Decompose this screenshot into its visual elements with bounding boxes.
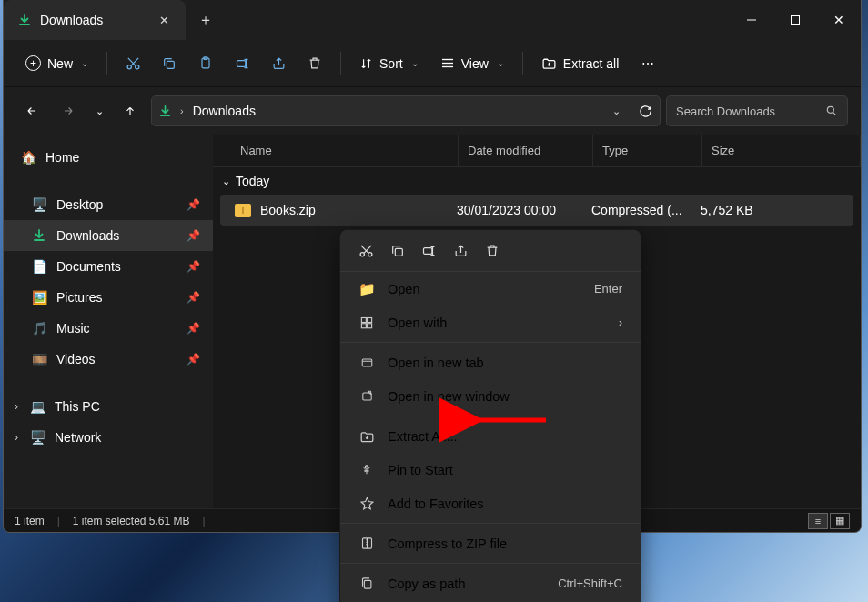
sidebar-item-documents[interactable]: 📄 Documents 📌 <box>4 251 213 282</box>
sidebar-item-label: Music <box>56 321 90 336</box>
back-button[interactable] <box>16 95 47 126</box>
breadcrumb-separator-icon: › <box>180 105 184 116</box>
paste-button[interactable] <box>189 48 222 79</box>
more-button[interactable]: ⋯ <box>631 48 664 79</box>
minimize-button[interactable] <box>730 0 773 40</box>
rename-button[interactable] <box>226 48 258 79</box>
column-headers: Name Date modified Type Size <box>213 135 861 167</box>
pin-icon <box>358 463 375 477</box>
address-bar[interactable]: › Downloads ⌄ <box>151 95 661 126</box>
svg-point-14 <box>368 253 372 256</box>
view-switcher: ≡ ▦ <box>808 513 850 529</box>
ctx-open[interactable]: 📁 Open Enter <box>340 272 641 306</box>
ctx-label: Pin to Start <box>388 463 453 477</box>
ctx-label: Open in new window <box>388 389 510 404</box>
expand-network-icon[interactable]: › <box>4 422 29 453</box>
delete-icon[interactable] <box>485 243 500 258</box>
ctx-open-new-window[interactable]: Open in new window <box>340 379 641 413</box>
extract-all-button[interactable]: Extract all <box>532 48 628 79</box>
expand-thispc-icon[interactable]: › <box>4 391 29 422</box>
search-input[interactable]: Search Downloads <box>666 95 848 126</box>
navigation-bar: ⌄ › Downloads ⌄ Search Downloads <box>4 87 861 135</box>
svg-rect-20 <box>368 324 372 328</box>
column-date[interactable]: Date modified <box>459 135 593 166</box>
rename-icon[interactable] <box>421 244 437 258</box>
ctx-open-new-tab[interactable]: Open in new tab <box>340 346 641 379</box>
ctx-pin-to-start[interactable]: Pin to Start <box>340 453 641 487</box>
sidebar-item-desktop[interactable]: 🖥️ Desktop 📌 <box>4 189 213 220</box>
close-window-button[interactable]: ✕ <box>817 0 861 40</box>
svg-point-2 <box>135 65 138 69</box>
context-icon-bar <box>340 230 641 272</box>
copy-icon[interactable] <box>390 244 405 258</box>
breadcrumb-location[interactable]: Downloads <box>193 104 256 118</box>
pin-icon[interactable]: 📌 <box>187 322 200 335</box>
group-header[interactable]: ⌄ Today <box>213 167 861 195</box>
new-tab-icon <box>358 356 375 369</box>
svg-point-10 <box>827 106 833 113</box>
view-icon <box>440 57 455 69</box>
star-icon <box>358 497 375 510</box>
column-type[interactable]: Type <box>593 135 702 166</box>
file-row[interactable]: Books.zip 30/01/2023 00:00 Compressed (.… <box>220 195 853 226</box>
close-tab-icon[interactable]: ✕ <box>159 14 169 27</box>
sidebar-item-downloads[interactable]: Downloads 📌 <box>4 220 213 251</box>
cut-button[interactable] <box>116 48 149 79</box>
sort-button[interactable]: Sort ⌄ <box>350 48 428 79</box>
ctx-label: Compress to ZIP file <box>388 537 507 551</box>
share-icon[interactable] <box>453 244 469 258</box>
tab-downloads[interactable]: Downloads ✕ <box>4 0 186 40</box>
sidebar-item-thispc[interactable]: 💻 This PC <box>29 391 116 422</box>
new-button[interactable]: + New ⌄ <box>16 48 97 79</box>
details-view-button[interactable]: ≡ <box>808 513 828 529</box>
column-label: Date modified <box>468 144 540 157</box>
download-arrow-icon <box>31 229 47 242</box>
sidebar-item-videos[interactable]: 🎞️ Videos 📌 <box>4 344 213 375</box>
ctx-open-with[interactable]: Open with › <box>340 306 641 339</box>
cut-icon[interactable] <box>358 243 374 258</box>
plus-circle-icon: + <box>25 55 41 71</box>
view-label: View <box>461 56 489 71</box>
ctx-label: Add to Favorites <box>388 497 484 511</box>
view-button[interactable]: View ⌄ <box>431 48 513 79</box>
pin-icon[interactable]: 📌 <box>187 198 200 211</box>
ctx-label: Open with <box>388 316 447 330</box>
chevron-down-icon[interactable]: ⌄ <box>612 105 621 117</box>
copy-button[interactable] <box>153 48 186 79</box>
sidebar-item-pictures[interactable]: 🖼️ Pictures 📌 <box>4 282 213 313</box>
extract-icon <box>541 56 557 70</box>
refresh-button[interactable] <box>639 105 652 118</box>
new-tab-button[interactable]: ＋ <box>186 0 226 40</box>
svg-rect-16 <box>424 247 432 254</box>
pin-icon[interactable]: 📌 <box>187 353 200 366</box>
file-date: 30/01/2023 00:00 <box>457 203 591 217</box>
recent-dropdown[interactable]: ⌄ <box>89 95 109 126</box>
pc-icon: 💻 <box>29 399 45 414</box>
title-bar: Downloads ✕ ＋ ✕ <box>4 0 861 40</box>
tab-title: Downloads <box>40 13 103 27</box>
ctx-add-favorites[interactable]: Add to Favorites <box>340 487 641 520</box>
chevron-down-icon: ⌄ <box>411 58 419 68</box>
icons-view-button[interactable]: ▦ <box>830 513 850 529</box>
pin-icon[interactable]: 📌 <box>187 291 200 304</box>
up-button[interactable] <box>115 95 146 126</box>
pin-icon[interactable]: 📌 <box>187 229 200 242</box>
sidebar-item-network[interactable]: 🖥️ Network <box>29 422 117 453</box>
ctx-copy-as-path[interactable]: Copy as path Ctrl+Shift+C <box>340 567 641 600</box>
sidebar-item-home[interactable]: 🏠 Home <box>4 142 213 173</box>
forward-button[interactable] <box>53 95 84 126</box>
share-button[interactable] <box>262 48 295 79</box>
window-controls: ✕ <box>730 0 861 40</box>
delete-button[interactable] <box>298 48 331 79</box>
chevron-down-icon: ⌄ <box>222 176 230 187</box>
ctx-compress[interactable]: Compress to ZIP file <box>340 527 641 560</box>
pin-icon[interactable]: 📌 <box>187 260 200 273</box>
group-label: Today <box>236 174 269 188</box>
ctx-label: Copy as path <box>388 577 465 591</box>
chevron-down-icon: ⌄ <box>81 58 88 68</box>
maximize-button[interactable] <box>773 0 817 40</box>
column-size[interactable]: Size <box>702 135 861 166</box>
ctx-extract-all[interactable]: Extract All... <box>340 419 641 453</box>
sidebar-item-music[interactable]: 🎵 Music 📌 <box>4 313 213 344</box>
column-name[interactable]: Name <box>213 135 459 166</box>
